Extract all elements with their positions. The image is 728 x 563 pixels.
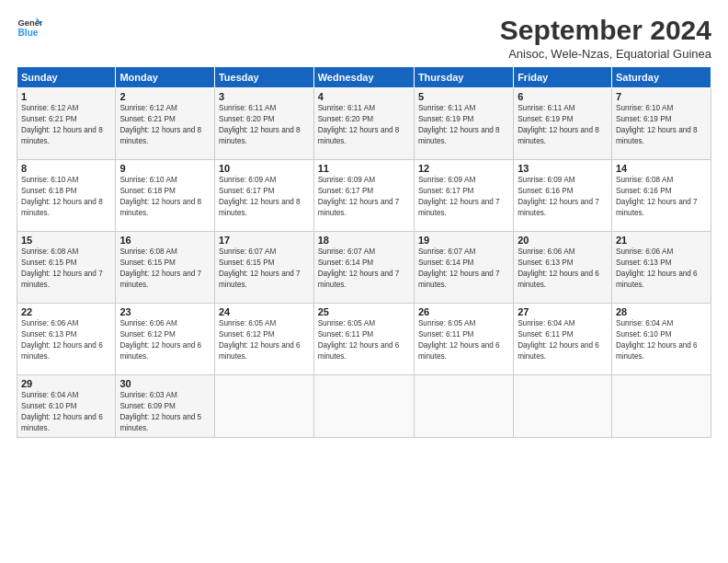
calendar-week-1: 1Sunrise: 6:12 AMSunset: 6:21 PMDaylight… xyxy=(17,88,711,160)
day-number: 14 xyxy=(616,163,707,174)
col-header-saturday: Saturday xyxy=(611,67,711,88)
calendar-cell: 14Sunrise: 6:08 AMSunset: 6:16 PMDayligh… xyxy=(611,160,711,232)
day-info: Sunrise: 6:11 AMSunset: 6:19 PMDaylight:… xyxy=(518,104,599,145)
day-number: 29 xyxy=(21,378,111,389)
day-number: 20 xyxy=(518,235,608,246)
calendar-cell: 10Sunrise: 6:09 AMSunset: 6:17 PMDayligh… xyxy=(214,160,313,232)
col-header-monday: Monday xyxy=(116,67,215,88)
col-header-wednesday: Wednesday xyxy=(313,67,414,88)
calendar-page: General Blue September 2024 Anisoc, Wele… xyxy=(0,0,728,563)
day-number: 25 xyxy=(318,306,410,317)
calendar-cell xyxy=(611,375,711,438)
day-info: Sunrise: 6:05 AMSunset: 6:11 PMDaylight:… xyxy=(318,319,400,361)
day-number: 30 xyxy=(119,378,210,389)
col-header-friday: Friday xyxy=(514,67,612,88)
day-number: 5 xyxy=(418,91,509,102)
day-info: Sunrise: 6:07 AMSunset: 6:14 PMDaylight:… xyxy=(318,247,400,289)
day-number: 22 xyxy=(21,306,111,317)
day-info: Sunrise: 6:04 AMSunset: 6:11 PMDaylight:… xyxy=(518,319,599,361)
calendar-week-5: 29Sunrise: 6:04 AMSunset: 6:10 PMDayligh… xyxy=(17,375,711,438)
day-number: 28 xyxy=(616,306,707,317)
day-info: Sunrise: 6:03 AMSunset: 6:09 PMDaylight:… xyxy=(119,391,201,432)
day-info: Sunrise: 6:08 AMSunset: 6:15 PMDaylight:… xyxy=(119,247,201,289)
calendar-cell: 24Sunrise: 6:05 AMSunset: 6:12 PMDayligh… xyxy=(214,304,313,375)
day-number: 26 xyxy=(418,306,509,317)
calendar-cell: 18Sunrise: 6:07 AMSunset: 6:14 PMDayligh… xyxy=(313,232,414,304)
day-info: Sunrise: 6:06 AMSunset: 6:13 PMDaylight:… xyxy=(518,247,599,289)
calendar-cell xyxy=(214,375,313,438)
calendar-cell: 4Sunrise: 6:11 AMSunset: 6:20 PMDaylight… xyxy=(313,88,414,160)
day-number: 17 xyxy=(219,235,310,246)
calendar-cell: 6Sunrise: 6:11 AMSunset: 6:19 PMDaylight… xyxy=(514,88,612,160)
calendar-cell: 8Sunrise: 6:10 AMSunset: 6:18 PMDaylight… xyxy=(17,160,116,232)
day-info: Sunrise: 6:10 AMSunset: 6:18 PMDaylight:… xyxy=(119,176,201,217)
day-number: 3 xyxy=(219,91,310,102)
logo: General Blue xyxy=(17,15,42,40)
day-number: 7 xyxy=(616,91,707,102)
day-number: 19 xyxy=(418,235,509,246)
day-number: 21 xyxy=(616,235,707,246)
calendar-cell: 7Sunrise: 6:10 AMSunset: 6:19 PMDaylight… xyxy=(611,88,711,160)
calendar-cell: 13Sunrise: 6:09 AMSunset: 6:16 PMDayligh… xyxy=(514,160,612,232)
day-number: 4 xyxy=(318,91,410,102)
calendar-cell: 9Sunrise: 6:10 AMSunset: 6:18 PMDaylight… xyxy=(116,160,215,232)
day-number: 9 xyxy=(119,163,210,174)
logo-icon: General Blue xyxy=(17,15,42,40)
day-number: 8 xyxy=(21,163,111,174)
calendar-cell: 16Sunrise: 6:08 AMSunset: 6:15 PMDayligh… xyxy=(116,232,215,304)
day-info: Sunrise: 6:04 AMSunset: 6:10 PMDaylight:… xyxy=(21,391,103,432)
month-title: September 2024 xyxy=(500,15,711,45)
calendar-cell: 25Sunrise: 6:05 AMSunset: 6:11 PMDayligh… xyxy=(313,304,414,375)
calendar-cell: 20Sunrise: 6:06 AMSunset: 6:13 PMDayligh… xyxy=(514,232,612,304)
day-info: Sunrise: 6:09 AMSunset: 6:17 PMDaylight:… xyxy=(418,176,500,217)
day-number: 2 xyxy=(119,91,210,102)
day-number: 13 xyxy=(518,163,608,174)
calendar-cell: 11Sunrise: 6:09 AMSunset: 6:17 PMDayligh… xyxy=(313,160,414,232)
calendar-cell: 15Sunrise: 6:08 AMSunset: 6:15 PMDayligh… xyxy=(17,232,116,304)
day-info: Sunrise: 6:09 AMSunset: 6:17 PMDaylight:… xyxy=(219,176,301,217)
calendar-week-2: 8Sunrise: 6:10 AMSunset: 6:18 PMDaylight… xyxy=(17,160,711,232)
day-number: 23 xyxy=(119,306,210,317)
day-info: Sunrise: 6:12 AMSunset: 6:21 PMDaylight:… xyxy=(119,104,201,145)
calendar-cell xyxy=(514,375,612,438)
day-info: Sunrise: 6:07 AMSunset: 6:15 PMDaylight:… xyxy=(219,247,301,289)
day-info: Sunrise: 6:08 AMSunset: 6:15 PMDaylight:… xyxy=(21,247,103,289)
day-number: 1 xyxy=(21,91,111,102)
day-number: 11 xyxy=(318,163,410,174)
day-info: Sunrise: 6:05 AMSunset: 6:12 PMDaylight:… xyxy=(219,319,301,361)
col-header-sunday: Sunday xyxy=(17,67,116,88)
calendar-cell: 17Sunrise: 6:07 AMSunset: 6:15 PMDayligh… xyxy=(214,232,313,304)
title-block: September 2024 Anisoc, Wele-Nzas, Equato… xyxy=(500,15,711,61)
col-header-tuesday: Tuesday xyxy=(214,67,313,88)
day-info: Sunrise: 6:11 AMSunset: 6:20 PMDaylight:… xyxy=(318,104,400,145)
day-info: Sunrise: 6:12 AMSunset: 6:21 PMDaylight:… xyxy=(21,104,103,145)
day-info: Sunrise: 6:09 AMSunset: 6:16 PMDaylight:… xyxy=(518,176,599,217)
day-number: 12 xyxy=(418,163,509,174)
calendar-table: SundayMondayTuesdayWednesdayThursdayFrid… xyxy=(17,66,711,438)
day-number: 10 xyxy=(219,163,310,174)
day-info: Sunrise: 6:10 AMSunset: 6:18 PMDaylight:… xyxy=(21,176,103,217)
day-info: Sunrise: 6:11 AMSunset: 6:19 PMDaylight:… xyxy=(418,104,500,145)
subtitle: Anisoc, Wele-Nzas, Equatorial Guinea xyxy=(500,47,711,61)
calendar-cell: 23Sunrise: 6:06 AMSunset: 6:12 PMDayligh… xyxy=(116,304,215,375)
calendar-cell: 21Sunrise: 6:06 AMSunset: 6:13 PMDayligh… xyxy=(611,232,711,304)
day-number: 27 xyxy=(518,306,608,317)
calendar-cell xyxy=(313,375,414,438)
calendar-cell: 3Sunrise: 6:11 AMSunset: 6:20 PMDaylight… xyxy=(214,88,313,160)
calendar-week-4: 22Sunrise: 6:06 AMSunset: 6:13 PMDayligh… xyxy=(17,304,711,375)
day-number: 24 xyxy=(219,306,310,317)
col-header-thursday: Thursday xyxy=(414,67,513,88)
day-info: Sunrise: 6:05 AMSunset: 6:11 PMDaylight:… xyxy=(418,319,500,361)
calendar-cell: 29Sunrise: 6:04 AMSunset: 6:10 PMDayligh… xyxy=(17,375,116,438)
calendar-cell: 27Sunrise: 6:04 AMSunset: 6:11 PMDayligh… xyxy=(514,304,612,375)
day-number: 6 xyxy=(518,91,608,102)
day-info: Sunrise: 6:09 AMSunset: 6:17 PMDaylight:… xyxy=(318,176,400,217)
day-info: Sunrise: 6:04 AMSunset: 6:10 PMDaylight:… xyxy=(616,319,698,361)
day-info: Sunrise: 6:06 AMSunset: 6:12 PMDaylight:… xyxy=(119,319,201,361)
calendar-cell xyxy=(414,375,513,438)
calendar-cell: 12Sunrise: 6:09 AMSunset: 6:17 PMDayligh… xyxy=(414,160,513,232)
calendar-week-3: 15Sunrise: 6:08 AMSunset: 6:15 PMDayligh… xyxy=(17,232,711,304)
calendar-cell: 26Sunrise: 6:05 AMSunset: 6:11 PMDayligh… xyxy=(414,304,513,375)
calendar-cell: 22Sunrise: 6:06 AMSunset: 6:13 PMDayligh… xyxy=(17,304,116,375)
calendar-cell: 1Sunrise: 6:12 AMSunset: 6:21 PMDaylight… xyxy=(17,88,116,160)
